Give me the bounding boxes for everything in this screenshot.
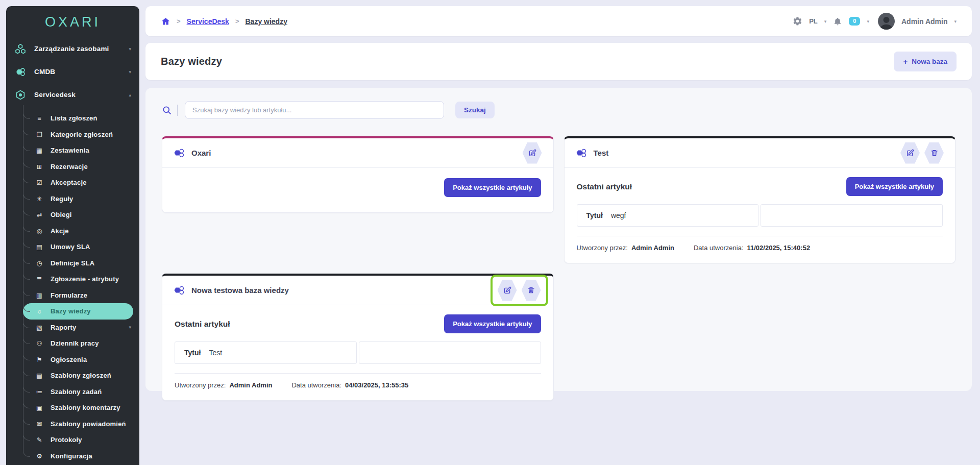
breadcrumb-separator: > <box>235 17 239 25</box>
edit-button[interactable] <box>900 142 920 164</box>
sidebar-subitem[interactable]: ❐ Kategorie zgłoszeń <box>23 127 133 143</box>
home-icon[interactable] <box>161 17 170 26</box>
edit-button[interactable] <box>523 142 542 164</box>
actions-icon: ◎ <box>34 227 44 235</box>
sidebar-subitem[interactable]: ⇄ Obiegi <box>23 207 133 223</box>
card-body: Pokaż wszystkie artykuły <box>162 168 553 212</box>
sidebar-subitem-label: Szablony powiadomień <box>51 420 126 428</box>
sidebar-subitem-label: Rezerwacje <box>51 163 88 170</box>
created-at-value: 04/03/2025, 13:55:35 <box>345 381 408 389</box>
sidebar-subitem[interactable]: ≡ Lista zgłoszeń <box>23 110 133 127</box>
chevron-down-icon: ▾ <box>129 46 131 52</box>
sidebar-subitem[interactable]: ▦ Zestawienia <box>23 142 133 159</box>
gear-icon[interactable] <box>793 16 802 26</box>
sidebar-subitem[interactable]: ☑ Akceptacje <box>23 175 133 191</box>
sidebar-subitem[interactable]: ◎ Akcje <box>23 223 133 239</box>
protocols-icon: ✎ <box>34 436 44 444</box>
new-base-button[interactable]: + Nowa baza <box>894 52 957 71</box>
chevron-down-icon[interactable]: ▾ <box>824 19 827 24</box>
table-icon: ▦ <box>34 146 44 154</box>
sidebar-subitem[interactable]: ▧ Raporty ▾ <box>23 320 133 336</box>
search-input[interactable] <box>185 101 444 119</box>
notification-badge[interactable]: 0 <box>849 17 860 26</box>
sidebar-subitem-label: Akcje <box>51 227 69 235</box>
page-header: Bazy wiedzy + Nowa baza <box>145 43 972 80</box>
last-article-heading: Ostatni artykuł <box>577 182 632 191</box>
sidebar-subitem-label: Protokoły <box>51 436 82 444</box>
reports-icon: ▧ <box>34 324 44 331</box>
sidebar-subitem[interactable]: ⚙ Konfiguracja <box>23 448 133 464</box>
new-base-label: Nowa baza <box>912 58 947 65</box>
sidebar-item-label: CMDB <box>34 68 55 76</box>
card-title: Nowa testowa baza wiedzy <box>191 286 289 295</box>
sidebar-item-zarzadzanie-zasobami[interactable]: Zarządzanie zasobami ▾ <box>6 37 139 60</box>
sidebar-subitem[interactable]: ▥ Formularze <box>23 287 133 304</box>
chevron-down-icon[interactable]: ▾ <box>867 19 869 24</box>
ticket-templates-icon: ▤ <box>34 372 44 379</box>
show-all-articles-button[interactable]: Pokaż wszystkie artykuły <box>444 178 541 197</box>
article-title-value: Test <box>209 349 222 357</box>
user-menu[interactable]: Admin Admin <box>901 17 947 26</box>
sidebar-subitem-label: Zgłoszenie - atrybuty <box>51 275 119 283</box>
list-icon: ≡ <box>34 115 44 122</box>
sidebar-item-label: Servicedesk <box>34 91 76 99</box>
show-all-articles-button[interactable]: Pokaż wszystkie artykuły <box>444 314 541 333</box>
card-actions <box>900 142 944 164</box>
show-all-articles-button[interactable]: Pokaż wszystkie artykuły <box>846 177 943 196</box>
sidebar-item-cmdb[interactable]: CMDB ▾ <box>6 60 139 83</box>
sidebar-item-servicedesk[interactable]: Servicedesk ▴ <box>6 83 139 106</box>
divider <box>177 105 178 116</box>
sidebar-subitem[interactable]: ✎ Protokoły <box>23 432 133 448</box>
card-actions-highlighted <box>491 275 548 306</box>
breadcrumb-link-servicedesk[interactable]: ServiceDesk <box>187 17 229 26</box>
main-panel: Szukaj Oxari <box>145 88 972 391</box>
knowledge-base-icon <box>174 285 185 296</box>
sidebar-subitem[interactable]: ✉ Szablony powiadomień <box>23 416 133 432</box>
sidebar-subitem[interactable]: ⚑ Ogłoszenia <box>23 352 133 368</box>
topbar: > ServiceDesk > Bazy wiedzy PL ▾ 0 ▾ <box>145 6 972 36</box>
search-icon <box>162 105 172 115</box>
sidebar-subitem[interactable]: ≔ Szablony zadań <box>23 384 133 400</box>
sidebar-subitem[interactable]: ✳ Reguły <box>23 191 133 207</box>
worklog-icon: ⚇ <box>34 339 44 347</box>
delete-button[interactable] <box>522 280 541 301</box>
configuration-icon: ⚙ <box>34 452 44 460</box>
breadcrumb: > ServiceDesk > Bazy wiedzy <box>161 17 287 26</box>
article-title-label: Tytuł <box>586 211 603 219</box>
sidebar-subitem[interactable]: ≣ Zgłoszenie - atrybuty <box>23 271 133 287</box>
sidebar-subitem[interactable]: ▤ Umowy SLA <box>23 239 133 255</box>
forms-icon: ▥ <box>34 291 44 299</box>
sidebar-subitem[interactable]: ⚇ Dziennik pracy <box>23 335 133 352</box>
card-header: Test <box>565 138 955 168</box>
last-article-table: Tytuł Test <box>175 341 541 364</box>
sidebar-subitem[interactable]: ▤ Szablony zgłoszeń <box>23 368 133 384</box>
edit-button[interactable] <box>498 280 517 301</box>
sidebar-subitem[interactable]: ▣ Szablony komentarzy <box>23 400 133 416</box>
created-by-label: Utworzony przez: <box>577 244 628 252</box>
oxari-logo: OXARI <box>6 6 139 37</box>
sidebar-item-label: Zarządzanie zasobami <box>34 45 109 53</box>
chevron-down-icon[interactable]: ▾ <box>954 19 957 24</box>
sidebar-subitem-label: Umowy SLA <box>51 243 90 251</box>
language-selector[interactable]: PL <box>809 17 818 25</box>
bell-icon[interactable] <box>833 17 842 26</box>
card-header: Nowa testowa baza wiedzy <box>162 276 553 305</box>
avatar[interactable] <box>878 13 895 30</box>
divider <box>577 236 943 236</box>
notification-templates-icon: ✉ <box>34 420 44 428</box>
knowledge-base-grid: Oxari Pokaż wszystkie artykuły <box>162 136 955 401</box>
sidebar-subitem-label: Lista zgłoszeń <box>51 114 97 122</box>
created-by-value: Admin Admin <box>631 244 674 252</box>
sidebar-subitem-label: Konfiguracja <box>51 452 92 460</box>
chevron-up-icon: ▴ <box>129 92 131 97</box>
sidebar-subitem[interactable]: ⊞ Rezerwacje <box>23 159 133 175</box>
knowledge-base-card-oxari: Oxari Pokaż wszystkie artykuły <box>162 136 554 213</box>
chevron-down-icon: ▾ <box>129 325 133 330</box>
delete-button[interactable] <box>924 142 944 164</box>
sidebar-subitem-label: Kategorie zgłoszeń <box>51 131 113 138</box>
article-title-label: Tytuł <box>184 349 201 357</box>
sidebar-subitem[interactable]: ◷ Definicje SLA <box>23 255 133 272</box>
search-button[interactable]: Szukaj <box>455 102 495 118</box>
card-actions <box>523 142 542 164</box>
sidebar-subitem[interactable]: ☼ Bazy wiedzy <box>23 303 133 320</box>
